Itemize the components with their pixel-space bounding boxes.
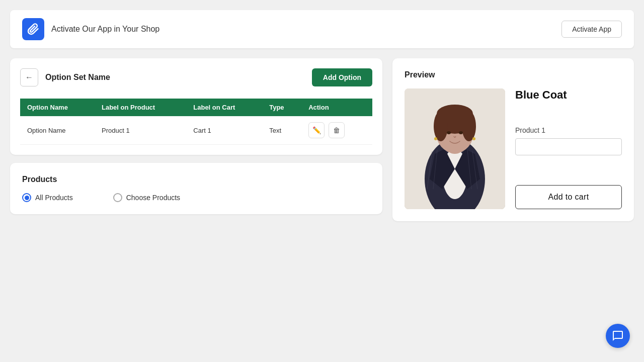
cell-action: ✏️ 🗑 <box>301 116 372 145</box>
main-content: ← Option Set Name Add Option Option Name… <box>10 58 634 221</box>
preview-product-name: Blue Coat <box>515 88 622 102</box>
card-header-left: ← Option Set Name <box>20 68 110 86</box>
preview-form: Product 1 <box>515 126 622 170</box>
table-row: Option Name Product 1 Cart 1 Text ✏️ 🗑 <box>20 116 372 145</box>
preview-panel: Preview <box>392 58 634 221</box>
preview-content: Blue Coat Product 1 Add to cart <box>405 88 622 209</box>
col-option-name: Option Name <box>20 99 95 116</box>
pencil-icon: ✏️ <box>312 126 321 134</box>
table-header-row: Option Name Label on Product Label on Ca… <box>20 99 372 116</box>
svg-point-17 <box>434 137 437 140</box>
col-label-cart: Label on Cart <box>186 99 262 116</box>
all-products-radio[interactable]: All Products <box>22 193 73 202</box>
app-logo-icon <box>22 18 44 40</box>
choose-products-radio[interactable]: Choose Products <box>113 193 180 202</box>
preview-title: Preview <box>405 70 622 79</box>
banner-left: Activate Our App in Your Shop <box>22 18 159 40</box>
preview-option-label: Product 1 <box>515 126 622 134</box>
svg-point-14 <box>437 105 473 123</box>
choose-products-label: Choose Products <box>126 194 180 202</box>
trash-icon: 🗑 <box>333 126 340 134</box>
options-table: Option Name Label on Product Label on Ca… <box>20 99 372 145</box>
products-radio-group: All Products Choose Products <box>22 193 370 202</box>
products-card: Products All Products Choose Products <box>10 163 382 214</box>
cell-label-cart: Cart 1 <box>186 116 262 145</box>
delete-button[interactable]: 🗑 <box>329 122 345 138</box>
chat-bubble-button[interactable] <box>606 324 630 348</box>
all-products-radio-circle <box>22 193 31 202</box>
choose-products-radio-circle <box>113 193 122 202</box>
back-button[interactable]: ← <box>20 68 38 86</box>
col-label-product: Label on Product <box>95 99 186 116</box>
svg-point-16 <box>459 131 463 134</box>
table-body: Option Name Product 1 Cart 1 Text ✏️ 🗑 <box>20 116 372 145</box>
edit-button[interactable]: ✏️ <box>308 122 325 138</box>
cell-option-name: Option Name <box>20 116 95 145</box>
svg-point-15 <box>447 131 451 134</box>
activate-app-button[interactable]: Activate App <box>561 21 622 38</box>
col-action: Action <box>301 99 372 116</box>
card-header: ← Option Set Name Add Option <box>20 68 372 86</box>
preview-details: Blue Coat Product 1 Add to cart <box>515 88 622 209</box>
cell-type: Text <box>262 116 301 145</box>
add-to-cart-button[interactable]: Add to cart <box>515 185 622 209</box>
left-panel: ← Option Set Name Add Option Option Name… <box>10 58 382 221</box>
add-option-button[interactable]: Add Option <box>312 68 372 86</box>
banner-title: Activate Our App in Your Shop <box>51 25 159 34</box>
table-header: Option Name Label on Product Label on Ca… <box>20 99 372 116</box>
preview-image <box>405 88 505 209</box>
col-type: Type <box>262 99 301 116</box>
all-products-label: All Products <box>35 194 73 202</box>
product-option-input[interactable] <box>515 138 622 155</box>
option-set-card: ← Option Set Name Add Option Option Name… <box>10 58 382 155</box>
cell-label-product: Product 1 <box>95 116 186 145</box>
svg-point-18 <box>472 137 475 140</box>
top-banner: Activate Our App in Your Shop Activate A… <box>10 10 634 48</box>
products-section-title: Products <box>22 175 370 184</box>
back-arrow-icon: ← <box>25 73 33 82</box>
option-set-title: Option Set Name <box>45 73 110 82</box>
